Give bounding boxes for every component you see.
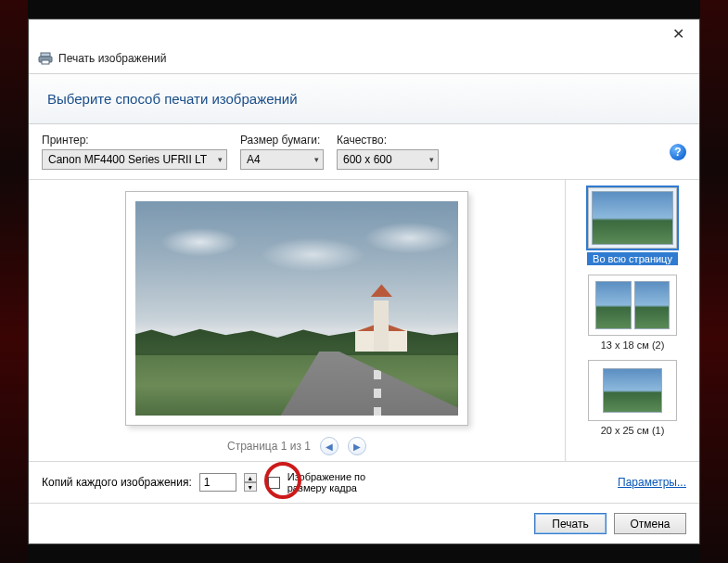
chevron-down-icon: ▾ xyxy=(218,155,223,164)
layout-thumb xyxy=(588,187,677,249)
printer-field: Принтер: Canon MF4400 Series UFRII LT ▾ xyxy=(42,134,227,170)
quality-value: 600 x 600 xyxy=(343,153,392,166)
layouts-pane[interactable]: Во всю страницу 13 x 18 см (2) 20 x 25 с… xyxy=(565,180,699,461)
paper-label: Размер бумаги: xyxy=(240,134,324,147)
svg-rect-2 xyxy=(42,60,49,64)
print-dialog: ✕ Печать изображений Выберите способ печ… xyxy=(28,19,700,544)
preview-image xyxy=(135,201,458,416)
fit-frame-checkbox[interactable] xyxy=(268,477,280,489)
layout-13x18[interactable]: 13 x 18 см (2) xyxy=(588,275,677,351)
layout-thumb xyxy=(588,360,677,421)
main-area: Страница 1 из 1 ◀ ▶ Во всю страницу 13 x… xyxy=(29,180,699,461)
pager: Страница 1 из 1 ◀ ▶ xyxy=(227,437,366,455)
print-options-row: Принтер: Canon MF4400 Series UFRII LT ▾ … xyxy=(29,124,699,180)
paper-value: A4 xyxy=(247,153,261,166)
layout-label: 13 x 18 см (2) xyxy=(601,339,665,351)
layout-label: 20 x 25 см (1) xyxy=(601,425,665,436)
fit-frame-label: Изображение по размеру кадра xyxy=(287,471,390,493)
printer-value: Canon MF4400 Series UFRII LT xyxy=(48,153,207,166)
preview-pane: Страница 1 из 1 ◀ ▶ xyxy=(29,180,565,461)
layout-thumb xyxy=(588,275,677,336)
dialog-title: Печать изображений xyxy=(58,52,166,65)
close-button[interactable]: ✕ xyxy=(665,23,692,45)
print-button[interactable]: Печать xyxy=(534,513,607,534)
spin-down-button[interactable]: ▼ xyxy=(244,482,257,492)
quality-field: Качество: 600 x 600 ▾ xyxy=(337,134,439,170)
help-button[interactable]: ? xyxy=(670,144,686,160)
titlebar: ✕ xyxy=(29,19,699,47)
prev-page-button[interactable]: ◀ xyxy=(320,437,338,455)
copies-label: Копий каждого изображения: xyxy=(42,476,192,489)
printer-select[interactable]: Canon MF4400 Series UFRII LT ▾ xyxy=(42,149,227,170)
paper-select[interactable]: A4 ▾ xyxy=(240,149,324,170)
svg-rect-0 xyxy=(41,53,50,57)
parameters-link[interactable]: Параметры... xyxy=(618,476,686,489)
printer-label: Принтер: xyxy=(42,134,227,147)
pager-text: Страница 1 из 1 xyxy=(227,440,311,453)
quality-label: Качество: xyxy=(337,134,439,147)
chevron-down-icon: ▾ xyxy=(429,155,434,164)
next-page-button[interactable]: ▶ xyxy=(348,437,366,455)
layout-20x25[interactable]: 20 x 25 см (1) xyxy=(588,360,677,436)
copies-row: Копий каждого изображения: ▲ ▼ Изображен… xyxy=(29,461,699,503)
printer-icon xyxy=(38,51,53,66)
copies-input[interactable] xyxy=(199,473,236,492)
chevron-down-icon: ▾ xyxy=(314,155,319,164)
page-preview xyxy=(125,191,468,426)
dialog-buttons: Печать Отмена xyxy=(29,503,699,544)
spin-up-button[interactable]: ▲ xyxy=(244,473,257,482)
copies-spinner: ▲ ▼ xyxy=(244,473,257,492)
quality-select[interactable]: 600 x 600 ▾ xyxy=(337,149,439,170)
layout-label: Во всю страницу xyxy=(587,252,678,265)
paper-field: Размер бумаги: A4 ▾ xyxy=(240,134,324,170)
cancel-button[interactable]: Отмена xyxy=(614,513,686,534)
layout-full-page[interactable]: Во всю страницу xyxy=(587,187,678,265)
dialog-header: Печать изображений xyxy=(29,47,699,73)
instruction-text: Выберите способ печати изображений xyxy=(29,73,699,124)
